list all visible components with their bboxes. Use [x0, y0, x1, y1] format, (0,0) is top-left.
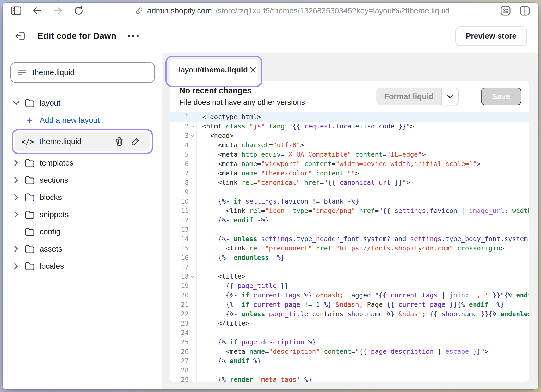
format-liquid-button[interactable]: Format liquid [376, 88, 441, 105]
code-text: <meta http-equiv="X-UA-Compatible" conte… [197, 150, 529, 159]
tab-theme-liquid[interactable]: layout/theme.liquid [170, 59, 258, 81]
chevron-right-icon[interactable] [10, 263, 22, 270]
gutter: 9 [170, 187, 197, 197]
code-line[interactable]: 14 {%- unless settings.type_header_font.… [170, 234, 529, 244]
code-text: <head> [197, 131, 529, 140]
code-line[interactable]: 21 {%- if current_page != 1 %} &ndash; P… [170, 300, 529, 309]
line-number: 26 [170, 347, 189, 356]
chevron-right-icon[interactable] [10, 246, 22, 252]
code-line[interactable]: 11 <link rel="icon" type="image/png" hre… [170, 206, 529, 216]
code-text: <meta name="viewport" content="width=dev… [197, 159, 529, 169]
code-line[interactable]: 22 {%- unless page_title contains shop.n… [170, 309, 529, 319]
line-number: 7 [170, 169, 189, 178]
code-line[interactable]: 8 <link rel="canonical" href="{{ canonic… [170, 178, 529, 187]
sidebar-item-snippets[interactable]: snippets [10, 206, 155, 223]
sidebar-item-layout[interactable]: layout [10, 94, 155, 112]
code-text: {%- if settings.favicon != blank -%} [197, 197, 529, 206]
fold-spacer [189, 281, 196, 291]
editor-card: No recent changes File does not have any… [170, 81, 529, 382]
sidebar-item-templates[interactable]: templates [10, 154, 155, 172]
sidebar-item-sections[interactable]: sections [10, 172, 155, 189]
code-text: <link rel="preconnect" href="https://fon… [197, 244, 529, 253]
folder-icon [23, 245, 36, 253]
sidebar-item-assets[interactable]: assets [10, 240, 155, 258]
address-bar[interactable]: admin.shopify.com/store/rzq1xu-f5/themes… [84, 5, 500, 16]
preview-store-button[interactable]: Preview store [455, 26, 527, 46]
code-line[interactable]: 7 <meta name="theme-color" content=""> [170, 169, 529, 178]
code-line[interactable]: 3 <head> [170, 131, 529, 140]
code-line[interactable]: 13 [170, 225, 529, 234]
url-path: /store/rzq1xu-f5/themes/132683530345?key… [216, 6, 450, 15]
code-line[interactable]: 24 [170, 328, 529, 338]
trash-icon[interactable] [112, 137, 127, 146]
folder-icon [23, 176, 36, 184]
fold-icon[interactable] [189, 272, 196, 281]
close-icon[interactable] [248, 65, 258, 75]
code-line[interactable]: 4 <meta charset="utf-8"> [170, 140, 529, 150]
code-text: {% render 'meta-tags' %} [197, 375, 529, 382]
gutter: 13 [170, 225, 197, 234]
code-line[interactable]: 23 </title> [170, 319, 529, 328]
code-line[interactable]: 29 {% render 'meta-tags' %} [170, 375, 529, 382]
line-number: 14 [170, 234, 189, 244]
chevron-down-icon[interactable] [10, 101, 22, 105]
code-line[interactable]: 5 <meta http-equiv="X-UA-Compatible" con… [170, 150, 529, 159]
format-liquid-split-button: Format liquid [376, 88, 459, 105]
chevron-right-icon[interactable] [10, 177, 22, 183]
code-line[interactable]: 2<html class="js" lang="{{ request.local… [170, 122, 529, 131]
file-tree: layout+Add a new layout</>theme.liquidte… [10, 94, 155, 275]
file-search-box[interactable] [10, 62, 155, 83]
tab-label: layout/theme.liquid [179, 65, 248, 74]
chevron-right-icon[interactable] [10, 211, 22, 218]
chevron-right-icon[interactable] [10, 160, 22, 166]
code-line[interactable]: 1<!doctype html> [170, 112, 529, 122]
more-dots-icon[interactable] [126, 35, 140, 37]
chevron-right-icon[interactable] [10, 194, 22, 201]
sidebar-item-config[interactable]: config [10, 223, 155, 240]
line-number: 21 [170, 300, 189, 309]
gutter: 21 [170, 300, 197, 309]
code-line[interactable]: 6 <meta name="viewport" content="width=d… [170, 159, 529, 169]
split-view-icon[interactable] [519, 5, 531, 16]
reload-icon[interactable] [73, 5, 84, 16]
gutter: 16 [170, 253, 197, 262]
tune-icon[interactable] [500, 5, 511, 16]
code-line[interactable]: 10 {%- if settings.favicon != blank -%} [170, 197, 529, 206]
pencil-icon[interactable] [128, 137, 143, 146]
code-line[interactable]: 25 {% if page_description %} [170, 338, 529, 347]
chevron-down-icon[interactable] [441, 88, 459, 105]
gutter: 22 [170, 309, 197, 319]
code-line[interactable]: 20 {%- if current_tags %} &ndash; tagged… [170, 291, 529, 300]
editor-card-header: No recent changes File does not have any… [170, 81, 529, 112]
sidebar-toggle-icon[interactable] [10, 5, 22, 16]
fold-icon[interactable] [189, 122, 196, 131]
search-input[interactable] [32, 68, 147, 77]
code-line[interactable]: 9 [170, 187, 529, 197]
line-number: 27 [170, 356, 189, 366]
code-line[interactable]: 27 {% endif %} [170, 356, 529, 366]
sidebar-item-blocks[interactable]: blocks [10, 189, 155, 206]
fold-spacer [189, 328, 196, 338]
line-number: 3 [170, 131, 189, 140]
code-line[interactable]: 17 [170, 262, 529, 272]
code-line[interactable]: 16 {%- endunless -%} [170, 253, 529, 262]
code-editor[interactable]: 1<!doctype html>2<html class="js" lang="… [170, 112, 529, 382]
sidebar-item-add-layout[interactable]: +Add a new layout [10, 112, 155, 129]
line-number: 2 [170, 122, 189, 131]
code-line[interactable]: 12 {%- endif -%} [170, 216, 529, 225]
code-line[interactable]: 18 <title> [170, 272, 529, 281]
fold-icon[interactable] [189, 131, 196, 140]
code-text: {%- if current_page != 1 %} &ndash; Page… [197, 300, 529, 309]
save-button[interactable]: Save [481, 88, 521, 105]
sidebar-item-theme-liquid[interactable]: </>theme.liquid [15, 132, 150, 151]
code-line[interactable]: 28 [170, 366, 529, 375]
gutter: 14 [170, 234, 197, 244]
exit-icon[interactable] [13, 29, 28, 43]
code-line[interactable]: 19 {{ page_title }} [170, 281, 529, 291]
back-icon[interactable] [31, 5, 43, 16]
sidebar-item-locales[interactable]: locales [10, 258, 155, 275]
code-text: {{ page_title }} [197, 281, 529, 291]
code-line[interactable]: 26 <meta name="description" content="{{ … [170, 347, 529, 356]
editor-pane: layout/theme.liquid No recent changes Fi… [162, 53, 538, 389]
code-line[interactable]: 15 <link rel="preconnect" href="https://… [170, 244, 529, 253]
